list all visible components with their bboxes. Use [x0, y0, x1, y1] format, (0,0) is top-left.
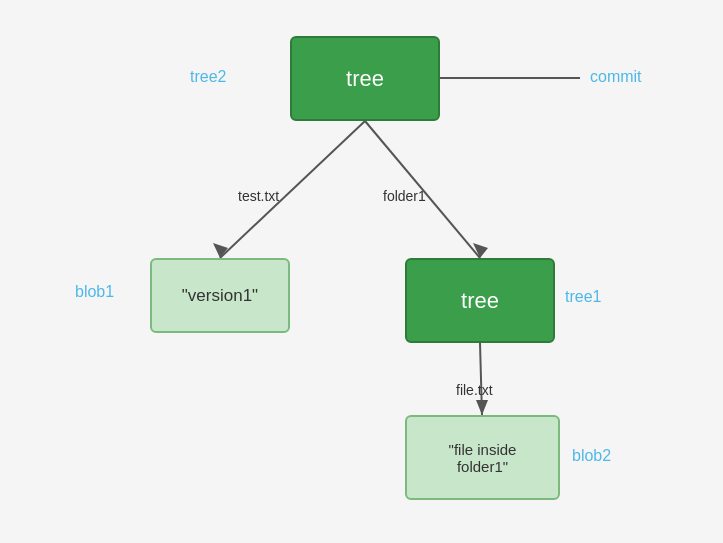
blob1-label: "version1": [182, 286, 258, 306]
svg-marker-1: [213, 243, 228, 258]
commit-label: commit: [590, 68, 642, 86]
blob2-node: "file insidefolder1": [405, 415, 560, 500]
blob2-label: "file insidefolder1": [445, 437, 521, 479]
svg-marker-3: [473, 243, 488, 258]
file-txt-label: file.txt: [456, 382, 493, 398]
blob2-side-label: blob2: [572, 447, 611, 465]
blob1-side-label: blob1: [75, 283, 114, 301]
svg-line-4: [480, 343, 482, 415]
test-txt-label: test.txt: [238, 188, 279, 204]
tree1-side-label: tree1: [565, 288, 601, 306]
svg-marker-5: [476, 400, 488, 415]
folder1-label: folder1: [383, 188, 426, 204]
tree2-label: tree2: [190, 68, 226, 86]
tree1-label: tree: [461, 288, 499, 314]
tree1-node: tree: [405, 258, 555, 343]
diagram-container: tree "version1" tree "file insidefolder1…: [0, 0, 723, 543]
root-tree-label: tree: [346, 66, 384, 92]
root-tree-node: tree: [290, 36, 440, 121]
blob1-node: "version1": [150, 258, 290, 333]
